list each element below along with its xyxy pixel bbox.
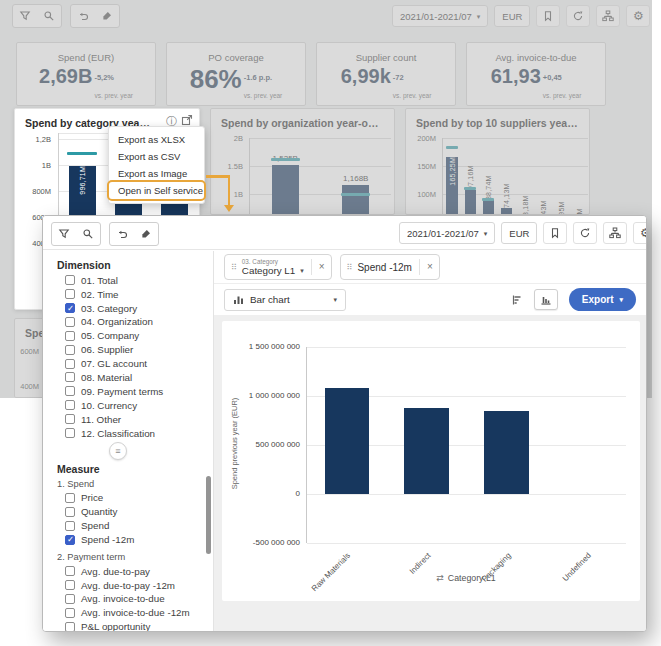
eraser-button[interactable]	[134, 223, 158, 245]
dimension-02-time[interactable]: 02. Time	[65, 289, 207, 300]
vertical-bars-toggle[interactable]	[534, 289, 558, 310]
checkbox[interactable]	[65, 521, 75, 531]
measure-spend-12m[interactable]: Spend -12m	[65, 534, 207, 545]
y-tick: 1 000 000 000	[238, 391, 300, 400]
context-menu: Export as XLSX Export as CSV Export as I…	[108, 126, 205, 204]
measure-group-title: 1. Spend	[57, 479, 207, 489]
divider	[419, 259, 420, 275]
checkbox[interactable]	[65, 414, 75, 424]
checkbox[interactable]	[65, 289, 75, 299]
checkbox[interactable]	[65, 372, 75, 382]
measure-spend[interactable]: Spend	[65, 520, 207, 531]
annotation-arrow-segment	[228, 175, 231, 205]
sidebar-scrollbar[interactable]	[206, 476, 211, 554]
screen: 2021/01-2021/07▾ EUR ⚙ Spend (EUR) 2,69B…	[0, 0, 661, 646]
drag-handle-icon[interactable]: ⠿	[347, 263, 353, 272]
currency-button[interactable]: EUR	[501, 222, 537, 244]
settings-button[interactable]: ⚙	[633, 222, 647, 244]
checkbox[interactable]	[65, 386, 75, 396]
close-icon[interactable]: ×	[319, 262, 325, 272]
checkbox[interactable]	[65, 345, 75, 355]
export-button[interactable]: Export▾	[569, 288, 636, 311]
checkbox[interactable]	[65, 359, 75, 369]
main-panel: ⠿ 03. Category Category L1▾ × ⠿ Spend -1…	[214, 251, 646, 631]
dimension-03-category[interactable]: 03. Category	[65, 303, 207, 314]
filter-button[interactable]	[52, 223, 76, 245]
checkbox-label: Spend	[81, 520, 109, 531]
checkbox[interactable]	[65, 400, 75, 410]
gridline	[307, 543, 626, 544]
menu-item-export-csv[interactable]: Export as CSV	[109, 148, 204, 165]
checkbox[interactable]	[65, 303, 75, 313]
dimension-01-total[interactable]: 01. Total	[65, 275, 207, 286]
vertical-bars-icon	[540, 294, 552, 306]
checkbox[interactable]	[65, 331, 75, 341]
undo-button[interactable]	[110, 223, 134, 245]
checkbox-label: 12. Classification	[81, 428, 155, 439]
measure-avg-due-to-pay-12m[interactable]: Avg. due-to-pay -12m	[65, 580, 207, 591]
chart-controls-row: Bar chart ▾ Export▾	[214, 284, 646, 315]
close-icon[interactable]: ×	[427, 262, 433, 272]
checkbox-label: P&L opportunity	[81, 621, 150, 631]
checkbox[interactable]	[65, 580, 75, 590]
dimension-07-gl-account[interactable]: 07. GL account	[65, 358, 207, 369]
checkbox[interactable]	[65, 507, 75, 517]
checkbox[interactable]	[65, 566, 75, 576]
checkbox[interactable]	[65, 594, 75, 604]
checkbox-label: 10. Currency	[81, 400, 137, 411]
measure-avg-invoice-to-due[interactable]: Avg. invoice-to-due	[65, 594, 207, 605]
search-icon	[82, 228, 94, 240]
chip-spend-12m[interactable]: ⠿ Spend -12m ×	[340, 254, 440, 280]
checkbox-label: 11. Other	[81, 414, 121, 425]
dimension-11-other[interactable]: 11. Other	[65, 414, 207, 425]
dimension-09-payment-terms[interactable]: 09. Payment terms	[65, 386, 207, 397]
undo-icon	[116, 228, 128, 240]
menu-item-export-xlsx[interactable]: Export as XLSX	[109, 131, 204, 148]
panel-resize-handle[interactable]: ≡	[109, 442, 127, 460]
measure-pl-opportunity[interactable]: P&L opportunity	[65, 621, 207, 631]
checkbox[interactable]	[65, 622, 75, 631]
horizontal-bars-toggle[interactable]	[505, 289, 529, 310]
dimension-06-supplier[interactable]: 06. Supplier	[65, 344, 207, 355]
annotation-arrow-head	[224, 205, 234, 212]
x-axis-field[interactable]: ⇄Category L1	[306, 573, 626, 583]
chevron-down-icon: ▾	[619, 296, 623, 303]
measure-avg-due-to-pay[interactable]: Avg. due-to-pay	[65, 566, 207, 577]
checkbox[interactable]	[65, 428, 75, 438]
bar-chart-icon	[233, 294, 244, 305]
sitemap-icon	[609, 227, 621, 239]
chart-type-dropdown[interactable]: Bar chart ▾	[224, 289, 346, 311]
drag-handle-icon[interactable]: ⠿	[231, 263, 237, 272]
y-tick: 0	[238, 489, 300, 498]
checkbox[interactable]	[65, 317, 75, 327]
menu-item-open-self-service[interactable]: Open in Self service	[109, 182, 204, 199]
checkbox[interactable]	[65, 493, 75, 503]
bdash	[67, 152, 97, 155]
bookmark-icon	[549, 227, 561, 239]
checkbox[interactable]	[65, 535, 75, 545]
checkbox-label: 09. Payment terms	[81, 386, 163, 397]
refresh-button[interactable]	[573, 222, 597, 244]
y-tick: 1 500 000 000	[238, 342, 300, 351]
menu-item-export-image[interactable]: Export as Image	[109, 165, 204, 182]
dimension-08-material[interactable]: 08. Material	[65, 372, 207, 383]
measure-quantity[interactable]: Quantity	[65, 507, 207, 518]
dimension-10-currency[interactable]: 10. Currency	[65, 400, 207, 411]
checkbox[interactable]	[65, 275, 75, 285]
search-button[interactable]	[76, 223, 100, 245]
chip-category-l1[interactable]: ⠿ 03. Category Category L1▾ ×	[224, 254, 332, 280]
checkbox-label: Avg. due-to-pay	[81, 566, 150, 577]
chevron-down-icon: ▾	[333, 296, 337, 303]
measure-price[interactable]: Price	[65, 493, 207, 504]
bookmark-button[interactable]	[543, 222, 567, 244]
hierarchy-button[interactable]	[603, 222, 627, 244]
checkbox[interactable]	[65, 608, 75, 618]
field-chips-row: ⠿ 03. Category Category L1▾ × ⠿ Spend -1…	[214, 251, 646, 284]
dimension-12-classification[interactable]: 12. Classification	[65, 428, 207, 439]
chevron-down-icon[interactable]: ▾	[300, 267, 304, 274]
measure-avg-invoice-to-due-12m[interactable]: Avg. invoice-to-due -12m	[65, 608, 207, 619]
dimension-04-organization[interactable]: 04. Organization	[65, 317, 207, 328]
date-range-button[interactable]: 2021/01-2021/07▾	[399, 222, 495, 244]
open-in-new-icon[interactable]	[181, 114, 193, 126]
dimension-05-company[interactable]: 05. Company	[65, 331, 207, 342]
